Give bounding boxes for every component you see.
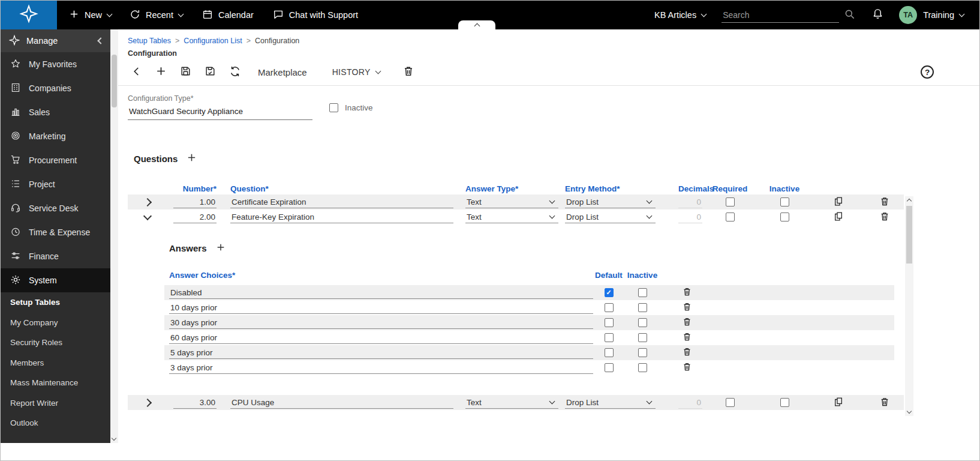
delete-answer-button[interactable]	[660, 362, 713, 373]
answer-type-dropdown[interactable]: Text	[465, 397, 558, 409]
default-checkbox[interactable]	[605, 333, 614, 342]
sidebar-subitem-outlook[interactable]: Outlook	[1, 413, 110, 433]
search-input[interactable]	[722, 8, 839, 22]
entry-method-dropdown[interactable]: Drop List	[565, 397, 656, 409]
sidebar-item-procurement[interactable]: Procurement	[1, 148, 110, 172]
sidebar-item-project[interactable]: Project	[1, 172, 110, 196]
questions-scrollbar[interactable]	[905, 196, 913, 416]
question-text-field[interactable]: CPU Usage	[230, 397, 453, 409]
copy-row-button[interactable]	[811, 211, 865, 223]
delete-answer-button[interactable]	[660, 317, 713, 328]
configuration-type-value[interactable]: WatchGuard Security Appliance	[128, 103, 312, 120]
sidebar-item-my-favorites[interactable]: My Favorites	[1, 52, 110, 76]
scroll-down-icon[interactable]	[907, 409, 912, 414]
default-checkbox[interactable]	[605, 288, 614, 297]
answer-type-dropdown[interactable]: Text	[465, 196, 558, 208]
notifications-button[interactable]	[872, 8, 883, 22]
default-checkbox[interactable]	[605, 348, 614, 357]
add-answer-icon[interactable]	[216, 243, 226, 254]
inactive-checkbox[interactable]	[638, 333, 647, 342]
sidebar-item-companies[interactable]: Companies	[1, 76, 110, 100]
scroll-down-icon[interactable]	[112, 436, 116, 441]
inactive-checkbox[interactable]	[780, 212, 789, 221]
sidebar-header[interactable]: Manage	[1, 29, 110, 52]
entry-method-dropdown[interactable]: Drop List	[565, 196, 656, 208]
inactive-checkbox[interactable]	[638, 318, 647, 327]
expand-row-button[interactable]	[136, 400, 160, 406]
sidebar-scrollbar-thumb[interactable]	[112, 55, 117, 107]
inactive-checkbox[interactable]	[780, 197, 789, 206]
sidebar-item-time-expense[interactable]: Time & Expense	[1, 220, 110, 244]
questions-scrollbar-thumb[interactable]	[906, 206, 912, 264]
sidebar-item-finance[interactable]: Finance	[1, 244, 110, 268]
default-checkbox[interactable]	[605, 363, 614, 372]
inactive-checkbox[interactable]	[329, 103, 338, 112]
answer-choice-field[interactable]: 30 days prior	[169, 317, 593, 329]
sidebar-scrollbar[interactable]	[110, 29, 118, 443]
question-text-field[interactable]: Feature-Key Expiration	[230, 211, 453, 223]
add-button[interactable]	[155, 65, 167, 79]
add-question-icon[interactable]	[187, 152, 197, 164]
sidebar-subitem-members[interactable]: Members	[1, 353, 110, 373]
connectwise-logo[interactable]	[1, 1, 57, 29]
sidebar-subitem-security-roles[interactable]: Security Roles	[1, 333, 110, 353]
question-number-field[interactable]: 3.00	[173, 397, 217, 409]
sidebar-subitem-setup-tables[interactable]: Setup Tables	[1, 292, 110, 313]
breadcrumb-setup-tables[interactable]: Setup Tables	[128, 37, 171, 45]
copy-row-button[interactable]	[811, 397, 865, 409]
avatar[interactable]: TA	[899, 6, 917, 24]
default-checkbox[interactable]	[605, 318, 614, 327]
delete-answer-button[interactable]	[660, 332, 713, 343]
question-text-field[interactable]: Certificate Expiration	[230, 196, 453, 208]
sidebar-item-sales[interactable]: Sales	[1, 100, 110, 124]
answer-type-dropdown[interactable]: Text	[465, 211, 558, 223]
help-button[interactable]: ?	[921, 65, 934, 79]
sidebar-item-marketing[interactable]: Marketing	[1, 124, 110, 148]
delete-answer-button[interactable]	[660, 347, 713, 358]
answer-choice-field[interactable]: Disabled	[169, 287, 593, 299]
answer-choice-field[interactable]: 3 days prior	[169, 362, 593, 374]
back-button[interactable]	[131, 66, 142, 79]
breadcrumb-configuration-list[interactable]: Configuration List	[184, 37, 242, 45]
recent-menu-button[interactable]: Recent	[130, 9, 183, 22]
answer-choice-field[interactable]: 5 days prior	[169, 347, 593, 359]
calendar-button[interactable]: Calendar	[202, 9, 254, 22]
delete-answer-button[interactable]	[660, 287, 713, 298]
inactive-checkbox[interactable]	[638, 363, 647, 372]
sidebar-item-system[interactable]: System	[1, 268, 110, 292]
required-checkbox[interactable]	[726, 212, 735, 221]
expand-row-button[interactable]	[136, 199, 160, 205]
inactive-checkbox[interactable]	[638, 288, 647, 297]
kb-articles-menu[interactable]: KB Articles	[654, 10, 706, 20]
sidebar-subitem-mass-maintenance[interactable]: Mass Maintenance	[1, 373, 110, 393]
refresh-button[interactable]	[229, 65, 241, 79]
required-checkbox[interactable]	[726, 398, 735, 407]
decimals-field[interactable]: 0	[678, 397, 702, 409]
scroll-up-icon[interactable]	[907, 199, 912, 203]
collapse-sidebar-icon[interactable]	[97, 37, 104, 44]
search-button[interactable]	[844, 8, 855, 22]
collapse-header-tab[interactable]	[458, 20, 495, 29]
configuration-type-field[interactable]: Configuration Type* WatchGuard Security …	[128, 94, 312, 120]
question-number-field[interactable]: 1.00	[173, 196, 217, 208]
inactive-checkbox[interactable]	[638, 348, 647, 357]
delete-row-button[interactable]	[865, 196, 904, 208]
delete-row-button[interactable]	[865, 397, 904, 409]
new-menu-button[interactable]: New	[69, 9, 112, 21]
decimals-field[interactable]: 0	[678, 196, 702, 208]
save-and-close-button[interactable]	[205, 65, 216, 79]
delete-answer-button[interactable]	[660, 302, 713, 313]
answer-choice-field[interactable]: 10 days prior	[169, 302, 593, 314]
sidebar-item-service-desk[interactable]: Service Desk	[1, 196, 110, 220]
chat-support-button[interactable]: Chat with Support	[273, 9, 358, 22]
marketplace-button[interactable]: Marketplace	[258, 67, 307, 77]
copy-row-button[interactable]	[811, 196, 865, 208]
question-number-field[interactable]: 2.00	[173, 211, 217, 223]
account-menu[interactable]: Training	[923, 10, 964, 20]
default-checkbox[interactable]	[605, 303, 614, 312]
inactive-checkbox[interactable]	[638, 303, 647, 312]
save-button[interactable]	[180, 65, 191, 79]
entry-method-dropdown[interactable]: Drop List	[565, 211, 656, 223]
sidebar-subitem-report-writer[interactable]: Report Writer	[1, 393, 110, 414]
history-menu-button[interactable]: HISTORY	[332, 67, 380, 77]
